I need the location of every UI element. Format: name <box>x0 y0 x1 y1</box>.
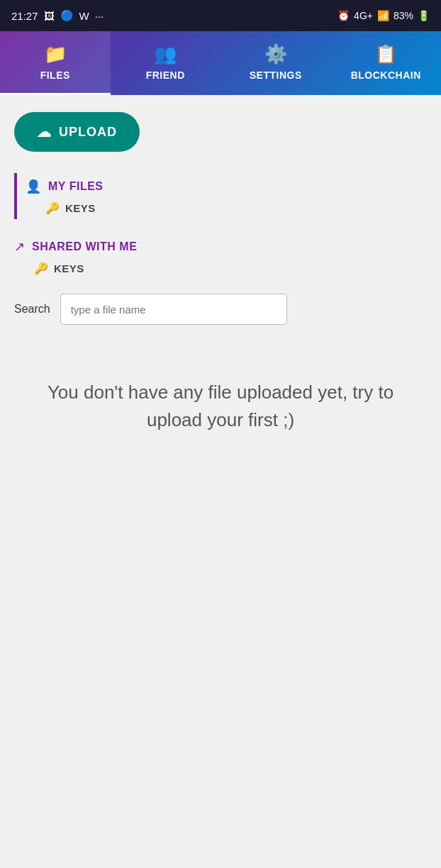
upload-button[interactable]: ☁ UPLOAD <box>14 112 140 152</box>
shared-with-me-label: SHARED WITH ME <box>32 240 137 253</box>
my-files-keys-label: KEYS <box>65 202 96 214</box>
photo-icon: 🖼 <box>44 10 55 22</box>
blockchain-label: BLOCKCHAIN <box>351 69 421 81</box>
status-bar: 21:27 🖼 🔵 W ··· ⏰ 4G+ 📶 83% 🔋 <box>0 0 441 31</box>
friend-label: FRIEND <box>146 69 185 81</box>
empty-state: You don't have any file uploaded yet, tr… <box>14 350 427 462</box>
settings-icon: ⚙️ <box>264 43 287 65</box>
shared-with-me-header: ↗ SHARED WITH ME <box>14 233 427 257</box>
more-icon: ··· <box>95 10 104 22</box>
key-icon-myfiles: 🔑 <box>45 201 60 215</box>
nav-friend[interactable]: 👥 FRIEND <box>111 31 221 95</box>
my-files-header: 👤 MY FILES <box>26 173 427 197</box>
battery-icon: 🔋 <box>418 10 430 21</box>
signal-bars-icon: 📶 <box>377 10 389 21</box>
friend-icon: 👥 <box>154 43 177 65</box>
user-circle-icon: 👤 <box>26 179 41 194</box>
my-files-keys[interactable]: 🔑 KEYS <box>26 197 427 219</box>
nav-blockchain[interactable]: 📋 BLOCKCHAIN <box>331 31 442 95</box>
settings-label: SETTINGS <box>250 69 302 81</box>
blockchain-icon: 📋 <box>374 43 397 65</box>
search-label: Search <box>14 303 50 316</box>
signal-display: 4G+ <box>354 10 373 21</box>
status-indicators: ⏰ 4G+ 📶 83% 🔋 <box>337 10 430 21</box>
app-icon-1: 🔵 <box>60 9 74 22</box>
shared-keys[interactable]: 🔑 KEYS <box>14 257 427 279</box>
upload-cloud-icon: ☁ <box>37 123 52 140</box>
shared-keys-label: KEYS <box>54 262 84 274</box>
time-display: 21:27 <box>11 10 38 22</box>
my-files-section: 👤 MY FILES 🔑 KEYS <box>14 173 427 219</box>
search-input[interactable] <box>60 294 287 325</box>
nav-files[interactable]: 📁 FILES <box>0 31 111 95</box>
top-navigation: 📁 FILES 👥 FRIEND ⚙️ SETTINGS 📋 BLOCKCHAI… <box>0 31 441 95</box>
app-icon-2: W <box>79 10 89 22</box>
share-icon: ↗ <box>14 239 25 255</box>
main-content: ☁ UPLOAD 👤 MY FILES 🔑 KEYS ↗ SHARED WITH… <box>0 95 441 868</box>
status-time: 21:27 🖼 🔵 W ··· <box>11 9 104 22</box>
files-label: FILES <box>40 69 70 81</box>
key-icon-shared: 🔑 <box>34 262 48 275</box>
alarm-icon: ⏰ <box>337 10 350 21</box>
nav-settings[interactable]: ⚙️ SETTINGS <box>220 31 331 95</box>
shared-with-me-section: ↗ SHARED WITH ME 🔑 KEYS <box>14 233 427 279</box>
files-icon: 📁 <box>44 43 67 65</box>
my-files-label: MY FILES <box>48 180 104 193</box>
upload-label: UPLOAD <box>59 125 117 140</box>
battery-display: 83% <box>393 10 413 21</box>
empty-state-message: You don't have any file uploaded yet, tr… <box>28 379 413 434</box>
search-row: Search <box>14 294 427 325</box>
